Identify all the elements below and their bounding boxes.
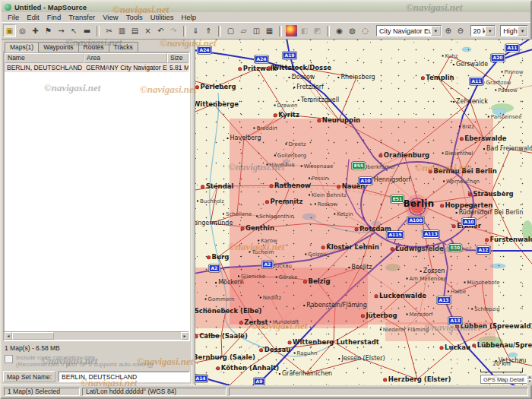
toolbar-separator xyxy=(183,26,186,36)
map-set-name-row: Map Set Name: xyxy=(3,371,190,385)
include-route-data-checkbox[interactable] xyxy=(5,355,13,363)
column-header-name[interactable]: Name xyxy=(5,53,84,63)
detail-select[interactable]: Highest ▾ xyxy=(500,25,528,36)
titlebar: Untitled - MapSource xyxy=(2,2,530,12)
delete-button[interactable]: × xyxy=(141,24,154,37)
measure-tool[interactable]: ▬ xyxy=(81,24,93,37)
map-graphics xyxy=(195,40,532,385)
toolbar-separator xyxy=(279,26,282,36)
status-coordinates: Lat/Lon hddd.ddddd° (WGS 84) xyxy=(82,388,226,396)
save-button[interactable]: ◫ xyxy=(250,24,263,37)
tab-maps[interactable]: Maps(1) xyxy=(5,42,39,52)
menubar: FileEditFindTransferViewToolsUtilitiesHe… xyxy=(2,12,530,22)
show-gps-button[interactable]: ◩ xyxy=(311,24,324,37)
scrollbar-track[interactable] xyxy=(54,332,181,340)
list-horizontal-scrollbar[interactable]: ◂ ▸ xyxy=(5,331,188,340)
detail-select-value: Highest xyxy=(501,27,518,35)
map-scale: 20 km xyxy=(480,355,523,372)
menu-transfer[interactable]: Transfer xyxy=(65,13,99,21)
scale-select[interactable]: 20 km ▾ xyxy=(470,25,496,36)
chevron-down-icon[interactable]: ▾ xyxy=(485,26,495,36)
chevron-down-icon[interactable]: ▾ xyxy=(518,26,527,36)
print-button[interactable]: ▦ xyxy=(263,24,276,37)
scrollbar-thumb[interactable] xyxy=(12,332,54,340)
toolbar-separator xyxy=(97,26,100,36)
map-scale-label: 20 km xyxy=(492,360,511,367)
map-select-tool[interactable]: ▣ xyxy=(3,24,16,37)
map-scale-bar xyxy=(480,369,523,372)
toolbar-separator xyxy=(218,26,221,36)
find-nearest-button[interactable]: ◍ xyxy=(346,24,359,37)
checkbox-label-line2: (Recommended if your GPS supports auto-r… xyxy=(16,361,154,369)
hand-tool[interactable]: ✚ xyxy=(29,24,42,37)
undo-button[interactable]: ↶ xyxy=(154,24,167,37)
spinner-down-icon[interactable]: ▾ xyxy=(527,379,532,385)
menu-find[interactable]: Find xyxy=(43,13,65,21)
sidebar-tabs: Maps(1)WaypointsRoutesTracks xyxy=(3,40,190,52)
chevron-down-icon[interactable]: ▾ xyxy=(431,26,441,36)
gps-map-detail-control[interactable]: GPS Map Detail ▴▾ xyxy=(480,375,532,384)
map-set-name-button[interactable]: Map Set Name: xyxy=(3,371,55,382)
show-tracks-button[interactable]: ◧ xyxy=(298,24,311,37)
route-tool[interactable]: ⇝ xyxy=(55,24,68,37)
zoom-tool[interactable]: ◎ xyxy=(16,24,29,37)
status-spacer xyxy=(229,388,528,396)
mapsource-products-button[interactable]: ● xyxy=(285,24,298,37)
scroll-left-icon[interactable]: ◂ xyxy=(5,332,12,340)
redo-button[interactable]: ↷ xyxy=(167,24,180,37)
product-select[interactable]: City Navigator Europe NT v9 ▾ xyxy=(376,25,442,36)
menu-tools[interactable]: Tools xyxy=(122,13,147,21)
product-select-value: City Navigator Europe NT v9 xyxy=(377,27,431,35)
zoom-in-button[interactable]: ⊕ xyxy=(443,24,454,37)
route-data-option: Include route calculation data (Recommen… xyxy=(3,353,190,371)
map-canvas[interactable]: PritzwalkWittstock/DosseDossowFretzdorfT… xyxy=(195,40,532,385)
tab-tracks[interactable]: Tracks xyxy=(109,42,138,52)
menu-utilities[interactable]: Utilities xyxy=(147,13,178,21)
map-name-cell: BERLIN, DEUTSCHLAND xyxy=(5,64,84,71)
checkbox-label-line1: Include route calculation data xyxy=(16,354,154,362)
app-window: Untitled - MapSource FileEditFindTransfe… xyxy=(0,0,532,399)
column-header-area[interactable]: Area xyxy=(84,53,167,63)
menu-edit[interactable]: Edit xyxy=(23,13,43,21)
waypoint-tool[interactable]: ⚑ xyxy=(42,24,55,37)
maps-summary: 1 Map(s) - 6.58 MB xyxy=(3,341,190,353)
receive-from-device-button[interactable]: ⇑ xyxy=(202,24,215,37)
toolbar: ▣◎✚⚑⇝↖▬✂▥▤×↶↷⇓⇑▢▱◫▦●◧◩◉◍◌ City Navigator… xyxy=(2,22,530,40)
table-row[interactable]: BERLIN, DEUTSCHLAND GERMANY City Navigat… xyxy=(5,63,188,72)
paste-button[interactable]: ▤ xyxy=(128,24,141,37)
map-size-cell: 5.81 MB xyxy=(167,64,188,71)
zoom-out-button[interactable]: ⊖ xyxy=(455,24,466,37)
map-pane: PritzwalkWittstock/DosseDossowFretzdorfT… xyxy=(195,40,530,385)
selection-tool[interactable]: ↖ xyxy=(68,24,81,37)
maps-list: Name Area Size BERLIN, DEUTSCHLAND GERMA… xyxy=(3,52,190,341)
cut-button[interactable]: ✂ xyxy=(103,24,116,37)
menu-help[interactable]: Help xyxy=(177,13,200,21)
include-route-data-label: Include route calculation data (Recommen… xyxy=(16,354,154,369)
tab-waypoints[interactable]: Waypoints xyxy=(38,42,78,52)
copy-button[interactable]: ▥ xyxy=(116,24,128,37)
map-area-cell: GERMANY City Navigator Europe NT v9 xyxy=(84,64,167,71)
menu-view[interactable]: View xyxy=(99,13,122,21)
list-header: Name Area Size xyxy=(5,53,188,63)
find-button[interactable]: ◉ xyxy=(333,24,346,37)
sidebar: Maps(1)WaypointsRoutesTracks Name Area S… xyxy=(2,40,192,385)
detail-spinner[interactable]: ▴▾ xyxy=(527,375,532,385)
window-title: Untitled - MapSource xyxy=(14,3,87,11)
scale-select-value: 20 km xyxy=(471,27,486,35)
map-set-name-input[interactable] xyxy=(58,371,190,382)
scroll-right-icon[interactable]: ▸ xyxy=(181,332,188,340)
statusbar: 1 Map(s) Selected Lat/Lon hddd.ddddd° (W… xyxy=(2,385,530,397)
app-icon xyxy=(5,4,11,11)
tab-routes[interactable]: Routes xyxy=(78,42,109,52)
main-area: Maps(1)WaypointsRoutesTracks Name Area S… xyxy=(2,40,530,385)
send-to-device-button[interactable]: ⇓ xyxy=(189,24,202,37)
column-header-size[interactable]: Size xyxy=(167,53,188,63)
open-button[interactable]: ▱ xyxy=(237,24,250,37)
list-empty-area xyxy=(5,72,188,331)
new-button[interactable]: ▢ xyxy=(224,24,237,37)
recent-finds-button[interactable]: ◌ xyxy=(359,24,372,37)
gps-map-detail-label: GPS Map Detail xyxy=(483,376,524,383)
toolbar-separator xyxy=(327,26,330,36)
menu-file[interactable]: File xyxy=(4,13,23,21)
status-selection: 1 Map(s) Selected xyxy=(4,388,80,396)
